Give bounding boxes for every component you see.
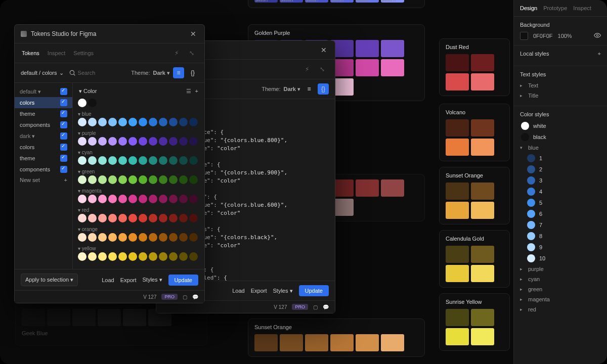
color-group-yellow[interactable]: ▾ yellow xyxy=(78,244,199,252)
color-swatch[interactable] xyxy=(88,156,97,165)
color-swatch[interactable] xyxy=(78,99,86,107)
bg-hex[interactable]: 0F0F0F xyxy=(533,33,553,39)
color-swatch[interactable] xyxy=(139,137,147,146)
color-group-purple[interactable]: purple xyxy=(520,264,601,274)
color-swatch[interactable] xyxy=(108,175,117,184)
color-swatch[interactable] xyxy=(139,156,147,165)
close-icon[interactable]: ✕ xyxy=(319,45,329,55)
color-swatch[interactable] xyxy=(189,156,198,165)
set-colors-dark[interactable]: colors xyxy=(15,142,72,153)
apply-to-selection-button[interactable]: Apply to selection ▾ xyxy=(21,274,78,286)
checkbox-icon[interactable] xyxy=(60,88,67,95)
color-swatch[interactable] xyxy=(149,233,157,242)
color-swatch[interactable] xyxy=(78,195,86,203)
style-white[interactable]: white xyxy=(521,120,601,131)
visibility-icon[interactable] xyxy=(594,32,601,40)
update-button[interactable]: Update xyxy=(299,285,329,296)
color-group-blue[interactable]: ▾ blue xyxy=(78,109,199,118)
color-swatch[interactable] xyxy=(189,175,198,184)
bg-opacity[interactable]: 100% xyxy=(558,33,572,39)
color-swatch[interactable] xyxy=(189,137,198,146)
close-icon[interactable]: ✕ xyxy=(188,29,198,39)
style-blue-10[interactable]: 10 xyxy=(527,253,601,264)
color-swatch[interactable] xyxy=(98,156,107,165)
color-group-orange[interactable]: ▾ orange xyxy=(78,224,199,233)
color-swatch[interactable] xyxy=(169,214,178,222)
color-swatch[interactable] xyxy=(118,137,127,146)
color-swatch[interactable] xyxy=(88,99,97,107)
tokens-studio-window-list[interactable]: Tokens Studio for Figma ✕ Tokens Inspect… xyxy=(14,24,205,303)
color-swatch[interactable] xyxy=(98,214,107,222)
set-components-dark[interactable]: components xyxy=(15,164,72,175)
color-swatch[interactable] xyxy=(169,195,178,203)
color-swatch[interactable] xyxy=(179,118,188,126)
color-swatch[interactable] xyxy=(78,118,86,126)
color-swatch[interactable] xyxy=(149,175,157,184)
set-theme[interactable]: theme xyxy=(15,108,72,119)
json-view-icon[interactable]: {} xyxy=(318,83,329,95)
color-swatch[interactable] xyxy=(128,175,137,184)
style-blue-6[interactable]: 6 xyxy=(527,208,601,219)
style-blue-3[interactable]: 3 xyxy=(527,175,601,186)
list-view-icon[interactable]: ≡ xyxy=(304,83,315,95)
color-swatch[interactable] xyxy=(179,175,188,184)
color-group-purple[interactable]: ▾ purple xyxy=(78,128,199,137)
color-swatch[interactable] xyxy=(128,118,137,126)
color-swatch[interactable] xyxy=(149,214,157,222)
color-swatch[interactable] xyxy=(189,214,198,222)
color-swatch[interactable] xyxy=(128,156,137,165)
load-button[interactable]: Load xyxy=(232,288,244,294)
color-swatch[interactable] xyxy=(179,195,188,203)
style-blue-7[interactable]: 7 xyxy=(527,219,601,231)
text-style-title[interactable]: Title xyxy=(520,90,601,101)
color-swatch[interactable] xyxy=(88,252,97,261)
color-swatch[interactable] xyxy=(189,233,198,242)
breadcrumb[interactable]: default / colors ⌄ xyxy=(21,70,64,76)
color-swatch[interactable] xyxy=(159,214,167,222)
color-swatch[interactable] xyxy=(108,137,117,146)
search-input[interactable]: Search xyxy=(69,69,96,76)
color-swatch[interactable] xyxy=(169,252,178,261)
set-theme-dark[interactable]: theme xyxy=(15,153,72,164)
export-button[interactable]: Export xyxy=(120,277,137,283)
color-swatch[interactable] xyxy=(88,175,97,184)
list-view-icon[interactable]: ≡ xyxy=(173,67,184,78)
color-swatch[interactable] xyxy=(98,252,107,261)
color-swatch[interactable] xyxy=(78,175,86,184)
export-button[interactable]: Export xyxy=(251,288,267,294)
collapse-icon[interactable]: ⤡ xyxy=(186,48,197,59)
color-group-green[interactable]: green xyxy=(520,284,601,294)
color-swatch[interactable] xyxy=(108,214,117,222)
color-swatch[interactable] xyxy=(118,175,127,184)
color-swatch[interactable] xyxy=(98,137,107,146)
color-group-magenta[interactable]: ▾ magenta xyxy=(78,186,199,195)
color-swatch[interactable] xyxy=(139,233,147,242)
color-swatch[interactable] xyxy=(88,118,97,126)
color-group-cyan[interactable]: cyan xyxy=(520,274,601,284)
color-swatch[interactable] xyxy=(149,118,157,126)
collapse-icon[interactable]: ⤡ xyxy=(317,64,328,75)
styles-button[interactable]: Styles ▾ xyxy=(142,277,162,283)
color-swatch[interactable] xyxy=(78,156,86,165)
color-swatch[interactable] xyxy=(139,214,147,222)
color-swatch[interactable] xyxy=(108,118,117,126)
color-group-green[interactable]: ▾ green xyxy=(78,167,199,175)
color-swatch[interactable] xyxy=(88,195,97,203)
chat-icon[interactable]: 💬 xyxy=(323,304,329,310)
devices-icon[interactable]: ▢ xyxy=(183,294,187,300)
set-group-default[interactable]: default ▾ xyxy=(15,86,72,97)
color-swatch[interactable] xyxy=(169,137,178,146)
color-swatch[interactable] xyxy=(169,175,178,184)
color-swatch[interactable] xyxy=(128,252,137,261)
color-swatch[interactable] xyxy=(169,156,178,165)
load-button[interactable]: Load xyxy=(102,277,114,283)
color-swatch[interactable] xyxy=(78,252,86,261)
color-swatch[interactable] xyxy=(118,195,127,203)
color-swatch[interactable] xyxy=(179,137,188,146)
color-swatch[interactable] xyxy=(159,175,167,184)
wintab-inspect[interactable]: Inspect xyxy=(48,50,65,56)
color-swatch[interactable] xyxy=(128,137,137,146)
color-swatch[interactable] xyxy=(149,195,157,203)
color-group-red[interactable]: ▾ red xyxy=(78,205,199,214)
color-swatch[interactable] xyxy=(179,252,188,261)
